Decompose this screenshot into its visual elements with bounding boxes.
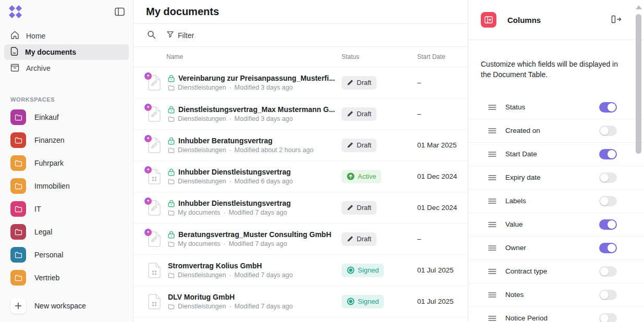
- document-file-icon: ✦: [148, 106, 161, 122]
- field-toggle[interactable]: [599, 290, 617, 300]
- workspace-item[interactable]: Legal: [0, 220, 133, 243]
- scrollbar-thumb[interactable]: [636, 14, 641, 154]
- field-toggle[interactable]: [599, 172, 617, 183]
- drag-handle-icon[interactable]: [488, 104, 496, 110]
- drag-handle-icon[interactable]: [488, 245, 496, 251]
- document-folder: Dienstleistungen: [178, 178, 226, 185]
- document-modified: Modified 7 days ago: [228, 209, 287, 216]
- sidebar-item-archive[interactable]: Archive: [4, 60, 129, 76]
- document-info: Inhubber Dienstleistungsvertrag My docum…: [168, 199, 290, 216]
- document-file-icon: ✦: [148, 169, 161, 184]
- draft-pencil-icon: [347, 236, 354, 242]
- ai-sparkle-badge: ✦: [144, 197, 152, 205]
- sidebar-item-home[interactable]: Home: [4, 28, 129, 44]
- separator: ·: [229, 303, 231, 310]
- field-toggle[interactable]: [599, 313, 617, 322]
- scroll-up-arrow[interactable]: [636, 5, 642, 9]
- workspace-item[interactable]: Immobilien: [0, 175, 133, 197]
- document-file-icon: ✦: [148, 200, 161, 216]
- plus-icon: [10, 298, 26, 314]
- workspace-item[interactable]: Einkauf: [0, 106, 133, 129]
- field-toggle[interactable]: [599, 196, 617, 206]
- document-folder: Dienstleistungen: [178, 271, 226, 279]
- document-name: Inhubber Dienstleistungsvertrag: [178, 168, 290, 176]
- table-header: Name Status Start Date: [133, 47, 468, 67]
- status-badge: Draft: [342, 232, 376, 246]
- workspace-item[interactable]: Fuhrpark: [0, 152, 133, 175]
- document-row[interactable]: ✦ Dienstleistungsvertrag_Max Mustermann …: [133, 98, 468, 130]
- filter-label: Filter: [178, 31, 194, 40]
- field-row: Created on: [468, 119, 644, 143]
- document-row[interactable]: ✦ Inhubber Dienstleistungsvertrag: [133, 192, 468, 224]
- field-label: Owner: [505, 244, 590, 252]
- separator: ·: [229, 146, 231, 154]
- field-toggle[interactable]: [599, 126, 617, 136]
- collapse-sidebar-button[interactable]: [115, 7, 125, 18]
- field-label: Notice Period: [505, 314, 590, 322]
- field-toggle[interactable]: [599, 243, 617, 253]
- field-label: Contract type: [505, 267, 590, 275]
- ai-sparkle-badge: ✦: [144, 229, 152, 236]
- panel-description: Customize which fields will be displayed…: [468, 47, 644, 84]
- field-toggle[interactable]: [599, 102, 617, 113]
- sidebar-item-my-documents[interactable]: My documents: [4, 44, 129, 60]
- workspace-item[interactable]: IT: [0, 197, 133, 220]
- drag-handle-icon[interactable]: [488, 151, 496, 157]
- status-label: Draft: [357, 141, 371, 149]
- document-name: Vereinbarung zur Preisanpassung_Musterfi…: [178, 74, 335, 82]
- draft-pencil-icon: [347, 110, 354, 117]
- field-toggle[interactable]: [599, 149, 617, 159]
- document-folder: Dienstleistungen: [178, 146, 226, 154]
- folder-small-icon: [168, 147, 175, 153]
- search-button[interactable]: [147, 30, 156, 41]
- workspace-item[interactable]: Personal: [0, 243, 133, 266]
- document-row[interactable]: DLV Moritug GmbH Dienstleistungen · Modi…: [133, 286, 468, 317]
- drag-handle-icon[interactable]: [488, 175, 496, 181]
- field-toggle[interactable]: [599, 266, 617, 277]
- document-row[interactable]: ✦ Beratungsvertrag_Muster Consulting Gmb…: [133, 224, 468, 255]
- field-label: Status: [505, 103, 590, 111]
- workspace-item[interactable]: Vertrieb: [0, 266, 133, 289]
- folder-small-icon: [168, 273, 175, 278]
- folder-small-icon: [168, 210, 175, 216]
- drag-handle-icon[interactable]: [488, 198, 496, 204]
- workspace-item[interactable]: Finanzen: [0, 129, 133, 152]
- document-modified: Modified 7 days ago: [235, 303, 293, 310]
- toggle-knob: [607, 220, 616, 229]
- document-info: Beratungsvertrag_Muster Consulting GmbH …: [168, 230, 331, 247]
- separator: ·: [229, 178, 231, 185]
- field-row: Labels: [468, 190, 644, 213]
- document-row[interactable]: Stromvertrag Kolius GmbH Dienstleistunge…: [133, 255, 468, 286]
- drag-handle-icon[interactable]: [488, 221, 496, 228]
- document-row[interactable]: ✦ Inhubber Beratungsvertrag: [133, 130, 468, 161]
- folder-icon: [10, 224, 26, 240]
- drag-handle-icon[interactable]: [488, 268, 496, 275]
- toggle-knob: [600, 291, 609, 299]
- field-toggle[interactable]: [599, 219, 617, 230]
- document-info: DLV Moritug GmbH Dienstleistungen · Modi…: [168, 293, 293, 310]
- field-label: Start Date: [505, 150, 590, 158]
- document-row[interactable]: ✦ Vereinbarung zur Preisanpassung_Muster…: [133, 67, 468, 98]
- field-row: Value: [468, 213, 644, 237]
- drag-handle-icon[interactable]: [488, 128, 496, 134]
- document-info: Inhubber Beratungsvertrag Dienstleistung…: [168, 137, 313, 154]
- folder-small-icon: [168, 241, 175, 247]
- pencil-glyph: [151, 142, 157, 152]
- filter-button[interactable]: Filter: [166, 31, 194, 40]
- field-label: Expiry date: [505, 174, 590, 181]
- field-label: Created on: [505, 127, 590, 134]
- document-row[interactable]: ✦ Inhubber Dienstleistungsvertrag: [133, 161, 468, 192]
- workspace-name: Immobilien: [34, 182, 70, 190]
- folder-icon: [10, 109, 26, 125]
- field-row: Status: [468, 96, 644, 119]
- field-label: Notes: [505, 291, 590, 299]
- workspace-name: Legal: [34, 228, 52, 236]
- scrollbar: [635, 0, 642, 322]
- drag-handle-icon[interactable]: [488, 292, 496, 298]
- collapse-panel-button[interactable]: [611, 15, 622, 25]
- active-arrow-icon: [347, 172, 355, 180]
- new-workspace-button[interactable]: New workspace: [0, 293, 133, 322]
- toggle-knob: [607, 244, 616, 252]
- drag-handle-icon[interactable]: [488, 315, 496, 321]
- sidebar-item-label: My documents: [25, 48, 76, 56]
